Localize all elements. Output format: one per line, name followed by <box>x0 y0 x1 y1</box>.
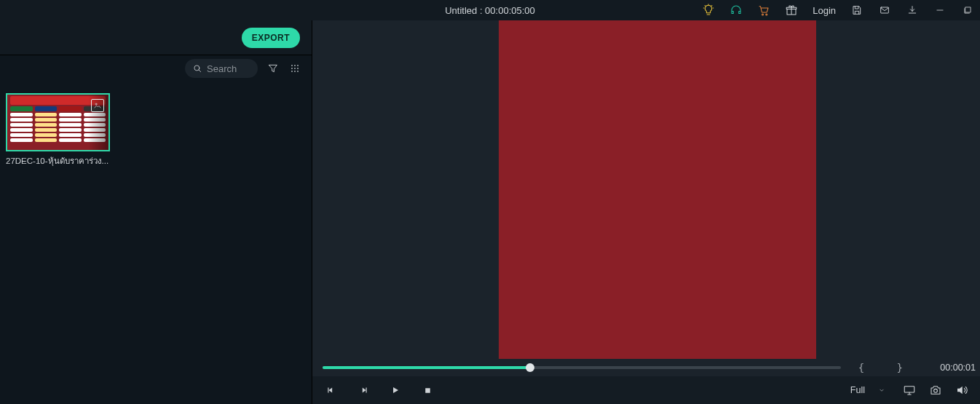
download-icon[interactable] <box>906 4 919 17</box>
media-panel: EXPORT 10 <box>0 20 312 404</box>
volume-icon[interactable] <box>955 384 968 397</box>
svg-point-5 <box>291 65 293 66</box>
lightbulb-icon[interactable] <box>702 4 715 17</box>
svg-rect-2 <box>881 7 889 13</box>
svg-point-7 <box>297 65 299 66</box>
scrubber-fill <box>323 366 530 369</box>
chevron-down-icon <box>878 387 885 394</box>
title-bar-actions: Login <box>702 4 974 17</box>
playback-quality-label: Full <box>850 385 865 395</box>
svg-point-6 <box>294 65 296 66</box>
timeline-scrubber-row: { } 00:00:01 <box>312 359 980 376</box>
playback-controls: Full <box>312 376 980 404</box>
login-button[interactable]: Login <box>813 5 836 16</box>
svg-point-9 <box>294 68 296 69</box>
cart-icon[interactable] <box>757 4 770 17</box>
search-icon <box>192 63 202 74</box>
search-input[interactable] <box>207 63 249 74</box>
svg-point-13 <box>297 71 299 72</box>
svg-point-10 <box>297 68 299 69</box>
preview-content <box>499 20 816 359</box>
mail-icon[interactable] <box>878 4 891 17</box>
gift-icon[interactable] <box>785 4 798 17</box>
grid-view-icon[interactable] <box>288 62 301 75</box>
scrubber-knob[interactable] <box>526 363 534 372</box>
svg-point-1 <box>766 14 767 15</box>
minimize-icon[interactable] <box>933 4 947 17</box>
svg-point-17 <box>934 389 938 392</box>
preview-panel: { } 00:00:01 Full <box>312 20 980 404</box>
svg-rect-16 <box>904 387 914 392</box>
filter-icon[interactable] <box>266 62 280 75</box>
preview-canvas[interactable] <box>312 20 980 359</box>
prev-frame-button[interactable] <box>325 384 337 396</box>
svg-rect-3 <box>965 7 971 12</box>
scrubber-track[interactable] <box>323 366 841 369</box>
svg-point-11 <box>291 71 293 72</box>
search-input-wrap[interactable] <box>185 59 258 78</box>
maximize-icon[interactable] <box>961 4 974 17</box>
mark-in-out-icon[interactable]: { } <box>850 362 920 373</box>
image-type-icon <box>91 99 104 112</box>
svg-point-12 <box>294 71 296 72</box>
export-button[interactable]: EXPORT <box>242 28 300 48</box>
timecode-display: 00:00:01 <box>929 363 980 373</box>
media-thumbnail[interactable]: 10 <box>6 93 110 151</box>
headphones-icon[interactable] <box>730 4 743 17</box>
media-item[interactable]: 10 27DEC-10-หุ้นดับราคาร่วง... <box>6 93 110 167</box>
svg-point-0 <box>762 14 764 15</box>
play-button[interactable] <box>390 384 401 396</box>
save-icon[interactable] <box>850 4 864 17</box>
snapshot-icon[interactable] <box>929 384 942 397</box>
svg-point-14 <box>95 103 97 105</box>
next-frame-button[interactable] <box>357 384 369 396</box>
display-monitor-icon[interactable] <box>903 384 916 397</box>
stop-button[interactable] <box>422 384 433 396</box>
svg-rect-15 <box>425 388 430 393</box>
media-toolbar <box>0 55 312 82</box>
svg-point-8 <box>291 68 293 69</box>
media-grid: 10 27DEC-10-หุ้นดับราคาร่วง... <box>0 82 312 404</box>
left-panel-header: EXPORT <box>0 20 312 55</box>
media-item-label: 27DEC-10-หุ้นดับราคาร่วง... <box>6 154 110 167</box>
playback-quality-select[interactable]: Full <box>846 384 890 397</box>
title-bar: Untitled : 00:00:05:00 Login <box>0 0 980 20</box>
